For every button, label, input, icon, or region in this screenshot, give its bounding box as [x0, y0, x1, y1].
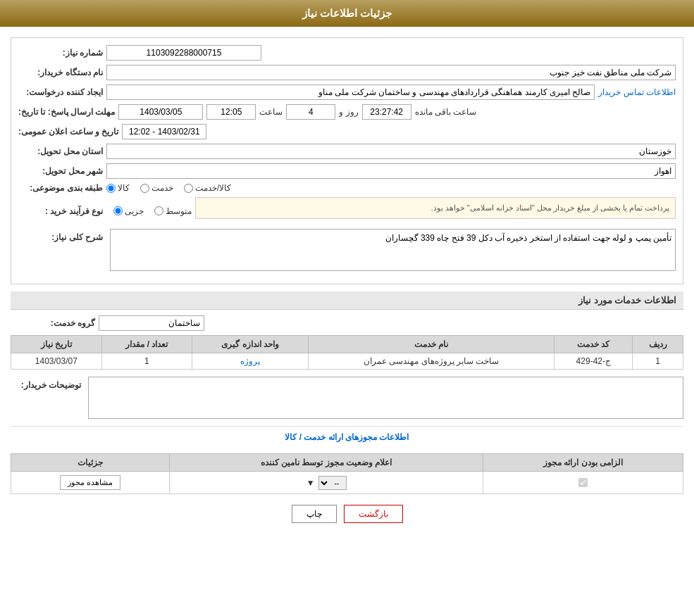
license-table: الزامی بودن ارائه مجوز اعلام وضعیت مجوز … [11, 453, 683, 494]
category-label-khedmat: خدمت [151, 183, 173, 193]
contact-info-link[interactable]: اطلاعات تماس خریدار [598, 87, 676, 97]
radio-medium[interactable] [154, 206, 163, 215]
radio-partial[interactable] [113, 206, 123, 215]
city-input[interactable] [106, 163, 676, 179]
purchase-label-partial: جزیی [125, 206, 144, 216]
buyer-notes-textarea[interactable] [88, 377, 683, 419]
col-license-details: جزئیات [11, 454, 170, 472]
page-header: جزئیات اطلاعات نیاز [0, 0, 694, 27]
col-row-num: ردیف [633, 336, 683, 353]
cell-quantity: 1 [101, 353, 192, 370]
days-input[interactable] [286, 104, 335, 120]
service-group-label: گروه خدمت: [11, 318, 95, 328]
col-unit: واحد اندازه گیری [192, 336, 309, 353]
back-button[interactable]: بازگشت [344, 505, 403, 523]
purchase-label-medium: متوسط [166, 206, 192, 216]
col-quantity: تعداد / مقدار [101, 336, 192, 353]
col-service-name: نام خدمت [308, 336, 554, 353]
remaining-label: ساعت باقی مانده [415, 107, 477, 117]
announce-datetime-input[interactable] [122, 124, 206, 139]
province-label: استان محل تحویل: [18, 146, 103, 156]
date-input[interactable] [118, 104, 203, 120]
description-label: شرح کلی نیاز: [18, 229, 103, 242]
time-label: ساعت [259, 107, 283, 117]
license-required-checkbox[interactable] [578, 478, 588, 487]
description-textarea[interactable]: تأمین پمپ و لوله جهت استفاده از استخر ذخ… [110, 229, 676, 271]
purchase-type-label: نوع فرآیند خرید : [18, 206, 103, 216]
cell-service-code: ج-42-429 [554, 353, 633, 370]
org-name-label: نام دستگاه خریدار: [18, 68, 103, 77]
creator-label: ایجاد کننده درخواست: [18, 87, 103, 97]
creator-input[interactable] [106, 84, 595, 100]
org-name-input[interactable] [106, 65, 676, 80]
service-group-input[interactable] [99, 315, 204, 331]
province-input[interactable] [106, 144, 676, 159]
cell-license-details[interactable]: مشاهده مجوز [11, 472, 170, 494]
cell-row-num: 1 [633, 353, 683, 370]
need-number-label: شماره نیاز: [18, 48, 103, 58]
table-row: 1 ج-42-429 ساخت سایر پروژه‌های مهندسی عم… [11, 353, 683, 370]
print-button[interactable]: چاپ [292, 505, 337, 523]
reply-deadline-label: مهلت ارسال پاسخ: تا تاریخ: [18, 107, 115, 117]
cell-date: 1403/03/07 [11, 353, 102, 370]
license-row: -- ▼ مشاهده مجوز [11, 472, 683, 494]
cell-license-required [483, 472, 683, 494]
services-section-title: اطلاعات خدمات مورد نیاز [11, 291, 683, 310]
services-table: ردیف کد خدمت نام خدمت واحد اندازه گیری ت… [11, 335, 683, 370]
chevron-down-icon: ▼ [306, 478, 315, 488]
view-license-button[interactable]: مشاهده مجوز [60, 475, 120, 490]
time-input[interactable] [206, 104, 256, 120]
hours-input[interactable] [362, 104, 411, 120]
category-label-kala-khedmat: کالا/خدمت [195, 183, 231, 193]
radio-kala-khedmat[interactable] [184, 184, 193, 193]
page-title: جزئیات اطلاعات نیاز [302, 7, 392, 19]
col-service-code: کد خدمت [554, 336, 633, 353]
col-license-status: اعلام وضعیت مجوز توسط نامین کننده [170, 454, 483, 472]
footer-buttons: بازگشت چاپ [11, 505, 683, 523]
category-radio-group: کالا/خدمت خدمت کالا [106, 183, 231, 193]
col-date: تاریخ نیاز [11, 336, 102, 353]
cell-unit: پروژه [192, 353, 309, 370]
category-label-kala: کالا [118, 183, 130, 193]
need-number-input[interactable] [106, 45, 261, 61]
buyer-notes-label: توضیحات خریدار: [11, 377, 81, 390]
category-label: طبقه بندی موضوعی: [18, 183, 103, 193]
city-label: شهر محل تحویل: [18, 166, 103, 176]
purchase-note: پرداخت تمام یا بخشی از مبلغ خریدار محل "… [430, 203, 669, 212]
license-status-select[interactable]: -- [318, 476, 347, 490]
col-license-required: الزامی بودن ارائه مجوز [483, 454, 683, 472]
cell-service-name: ساخت سایر پروژه‌های مهندسی عمران [308, 353, 554, 370]
license-section-title: اطلاعات مجوزهای ارائه خدمت / کالا [11, 426, 683, 442]
days-label: روز و [339, 107, 358, 117]
radio-khedmat[interactable] [140, 184, 149, 193]
radio-kala[interactable] [106, 184, 116, 193]
announce-datetime-label: تاریخ و ساعت اعلان عمومی: [18, 127, 118, 137]
cell-license-status: -- ▼ [170, 472, 483, 494]
